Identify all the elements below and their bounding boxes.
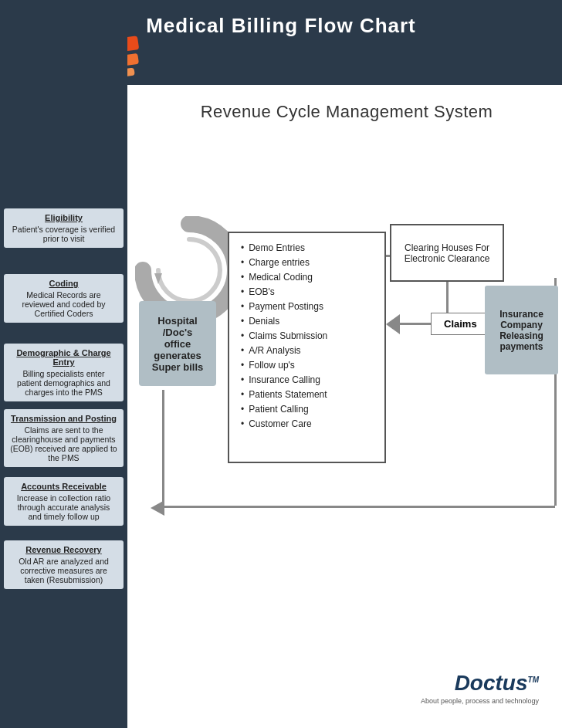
list-item: Insurance Calling <box>241 374 373 385</box>
sidebar-demographic: Demographic & Charge Entry Billing speci… <box>4 344 124 401</box>
list-item: A/R Analysis <box>241 345 373 356</box>
insurance-box: InsuranceCompanyReleasingpayments <box>485 286 558 374</box>
clearing-houses-box: Clearing Houses For Electronic Clearance <box>390 224 504 282</box>
hospital-label: Hospital/Doc'sofficegeneratesSuper bills <box>152 315 203 373</box>
revenue-body: Old AR are analyzed and corrective measu… <box>19 557 109 584</box>
arrow-left-icon <box>386 314 400 334</box>
hospital-box: Hospital/Doc'sofficegeneratesSuper bills <box>139 301 216 386</box>
list-item: Claims Submission <box>241 330 373 341</box>
doctus-tm: TM <box>528 676 539 684</box>
eligibility-body: Patient's coverage is verified prior to … <box>12 225 115 243</box>
eligibility-title: Eligibility <box>10 213 117 222</box>
services-list: Demo Entries Charge entries Medical Codi… <box>241 242 373 429</box>
list-item: Denials <box>241 316 373 327</box>
list-item: Patient Calling <box>241 404 373 415</box>
demographic-title: Demographic & Charge Entry <box>10 348 117 367</box>
claims-label-text: Claims <box>444 318 477 330</box>
list-item: Payment Postings <box>241 301 373 312</box>
services-box: Demo Entries Charge entries Medical Codi… <box>228 232 386 463</box>
sidebar-revenue: Revenue Recovery Old AR are analyzed and… <box>4 540 124 589</box>
subtitle-area: Revenue Cycle Management System <box>131 85 562 139</box>
transmission-body: Claims are sent to the clearinghouse and… <box>10 425 117 462</box>
bottom-horiz-line <box>162 506 555 508</box>
transmission-title: Transmission and Posting <box>10 414 117 423</box>
coding-title: Coding <box>10 279 117 288</box>
list-item: Medical Coding <box>241 272 373 283</box>
sidebar-accounts: Accounts Receivable Increase in collecti… <box>4 477 124 526</box>
subtitle-title: Revenue Cycle Management System <box>201 102 493 122</box>
insurance-label: InsuranceCompanyReleasingpayments <box>499 309 543 352</box>
demographic-body: Billing specialists enter patient demogr… <box>17 369 110 397</box>
coding-body: Medical Records are reviewed and coded b… <box>22 290 106 318</box>
claims-label-box: Claims <box>431 313 490 335</box>
list-item: Charge entries <box>241 257 373 268</box>
list-item: Patients Statement <box>241 389 373 400</box>
clearing-houses-label: Clearing Houses For Electronic Clearance <box>391 242 503 264</box>
sidebar-eligibility: Eligibility Patient's coverage is verifi… <box>4 208 124 248</box>
doctus-text: Doctus <box>455 671 528 695</box>
list-item: Customer Care <box>241 418 373 429</box>
left-vert-down-line <box>162 390 164 506</box>
accounts-body: Increase in collection ratio through acc… <box>17 493 110 521</box>
accounts-title: Accounts Receivable <box>10 482 117 491</box>
doctus-name: DoctusTM <box>421 671 539 696</box>
sidebar-coding: Coding Medical Records are reviewed and … <box>4 274 124 323</box>
list-item: Demo Entries <box>241 242 373 253</box>
list-item: Follow up's <box>241 360 373 371</box>
list-item: EOB's <box>241 286 373 297</box>
sidebar-transmission: Transmission and Posting Claims are sent… <box>4 409 124 467</box>
bottom-left-arrow-icon <box>151 500 164 516</box>
revenue-title: Revenue Recovery <box>10 545 117 554</box>
doctus-brand: DoctusTM About people, process and techn… <box>421 671 539 705</box>
doctus-tagline: About people, process and technology <box>421 697 539 705</box>
arrow-line-left <box>400 323 431 325</box>
